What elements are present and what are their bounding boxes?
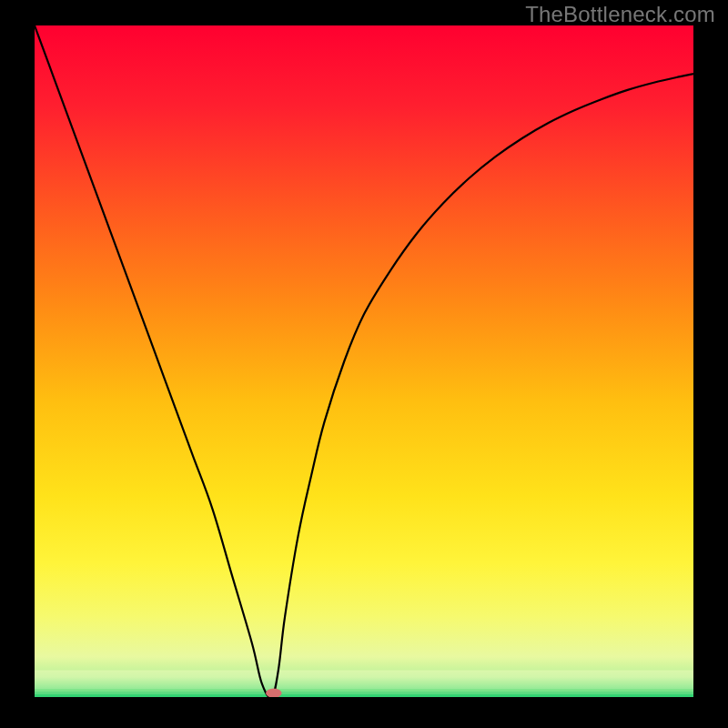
chart-background [35, 25, 693, 697]
chart-bottom-bands [35, 670, 693, 697]
svg-rect-0 [35, 670, 693, 689]
chart-plot [35, 25, 693, 697]
svg-rect-3 [35, 694, 693, 697]
svg-rect-2 [35, 692, 693, 694]
watermark-text: TheBottleneck.com [525, 2, 715, 27]
svg-rect-1 [35, 689, 693, 692]
chart-svg [35, 25, 693, 697]
chart-frame: TheBottleneck.com [0, 0, 728, 728]
